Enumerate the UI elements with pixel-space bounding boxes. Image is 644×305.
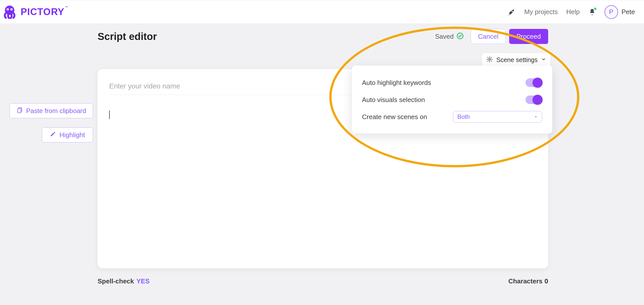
create-scenes-row: Create new scenes on Both xyxy=(362,109,542,125)
spellcheck-value[interactable]: YES xyxy=(137,277,150,285)
trademark-symbol: ™ xyxy=(65,6,68,9)
clipboard-icon xyxy=(17,107,23,115)
saved-indicator: Saved xyxy=(435,32,464,40)
gear-icon xyxy=(486,56,493,64)
notification-dot-icon xyxy=(594,8,596,10)
svg-point-5 xyxy=(512,11,513,12)
svg-point-7 xyxy=(489,59,491,60)
auto-visuals-row: Auto visuals selection xyxy=(362,92,542,108)
highlighter-icon xyxy=(50,131,56,139)
saved-label: Saved xyxy=(435,33,454,40)
scene-settings-label: Scene settings xyxy=(496,56,538,64)
notifications-button[interactable] xyxy=(588,8,596,16)
chevron-down-icon xyxy=(541,57,546,63)
paste-from-clipboard-button[interactable]: Paste from clipboard xyxy=(10,103,93,118)
svg-rect-9 xyxy=(18,109,21,113)
paste-label: Paste from clipboard xyxy=(26,107,86,115)
editor-footer: Spell-check YES Characters 0 xyxy=(98,277,548,285)
svg-point-4 xyxy=(11,9,12,10)
logo-mark-icon xyxy=(3,5,18,19)
caret-down-icon xyxy=(534,113,538,120)
logo[interactable]: PICTORY ™ xyxy=(3,5,64,19)
nav-my-projects[interactable]: My projects xyxy=(524,8,558,16)
auto-highlight-row: Auto highlight keywords xyxy=(362,75,542,91)
toggle-knob-icon xyxy=(533,78,543,88)
user-menu[interactable]: P Pete xyxy=(605,5,635,19)
proceed-button-label: Proceed xyxy=(516,33,541,40)
create-scenes-select[interactable]: Both xyxy=(453,111,542,123)
brand-name: PICTORY xyxy=(21,7,64,17)
auto-visuals-toggle[interactable] xyxy=(526,95,542,104)
cancel-button-label: Cancel xyxy=(478,33,498,40)
check-circle-icon xyxy=(457,32,464,40)
characters-value: 0 xyxy=(545,277,548,285)
page-header: Script editor Saved Cancel Proceed xyxy=(98,29,548,44)
page-title: Script editor xyxy=(98,31,157,42)
cancel-button[interactable]: Cancel xyxy=(471,29,506,44)
toggle-knob-icon xyxy=(533,95,543,105)
highlight-button[interactable]: Highlight xyxy=(42,127,93,142)
avatar: P xyxy=(605,5,618,19)
text-caret-icon xyxy=(109,111,110,119)
characters-label: Characters xyxy=(508,277,543,285)
highlight-label: Highlight xyxy=(59,131,85,139)
rocket-icon[interactable] xyxy=(507,8,516,16)
topbar: PICTORY ™ My projects Help P Pete xyxy=(0,0,644,24)
avatar-initial: P xyxy=(609,8,613,16)
spellcheck-label: Spell-check xyxy=(98,277,134,285)
create-scenes-value: Both xyxy=(457,113,470,120)
nav-help[interactable]: Help xyxy=(566,8,580,16)
svg-point-3 xyxy=(7,9,8,10)
auto-highlight-toggle[interactable] xyxy=(526,78,542,87)
topbar-right: My projects Help P Pete xyxy=(507,5,635,19)
create-scenes-label: Create new scenes on xyxy=(362,113,427,121)
auto-highlight-label: Auto highlight keywords xyxy=(362,79,431,87)
user-name: Pete xyxy=(622,8,635,16)
logo-text: PICTORY ™ xyxy=(21,7,64,17)
scene-settings-trigger[interactable]: Scene settings xyxy=(481,53,551,67)
page-header-actions: Saved Cancel Proceed xyxy=(435,29,548,44)
proceed-button[interactable]: Proceed xyxy=(509,29,548,44)
auto-visuals-label: Auto visuals selection xyxy=(362,96,425,104)
scene-settings-popover: Auto highlight keywords Auto visuals sel… xyxy=(352,65,552,134)
